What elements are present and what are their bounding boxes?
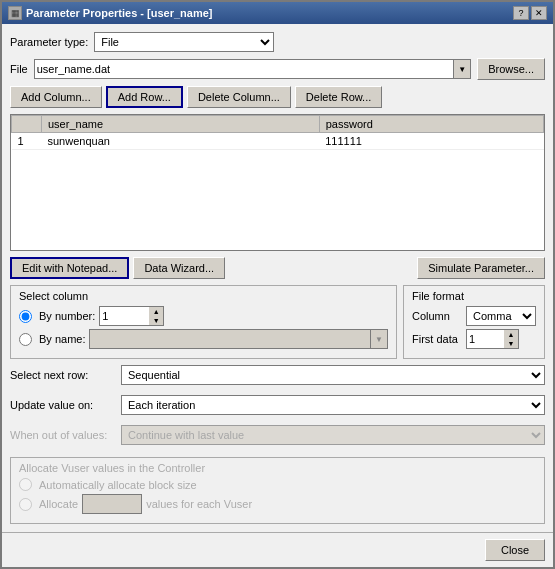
allocate-radio[interactable] — [19, 498, 32, 511]
file-format-box: File format Column Comma Tab Space First… — [403, 285, 545, 359]
cell-password: 111111 — [319, 133, 543, 150]
first-data-label: First data — [412, 333, 462, 345]
allocate-group-title: Allocate Vuser values in the Controller — [19, 462, 536, 474]
by-name-arrow[interactable]: ▼ — [370, 329, 388, 349]
by-name-radio[interactable] — [19, 333, 32, 346]
param-type-select[interactable]: File — [94, 32, 274, 52]
main-window: ▦ Parameter Properties - [user_name] ? ✕… — [0, 0, 555, 569]
edit-notepad-button[interactable]: Edit with Notepad... — [10, 257, 129, 279]
auto-allocate-label: Automatically allocate block size — [39, 479, 197, 491]
file-dropdown-arrow[interactable]: ▼ — [453, 59, 471, 79]
select-next-row-row: Select next row: Sequential Random Uniqu… — [10, 365, 545, 385]
title-bar-left: ▦ Parameter Properties - [user_name] — [8, 6, 212, 20]
when-out-select[interactable]: Continue with last value — [121, 425, 545, 445]
select-next-row-select[interactable]: Sequential Random Unique Same Line as — [121, 365, 545, 385]
close-window-button[interactable]: ✕ — [531, 6, 547, 20]
by-number-input[interactable] — [99, 306, 149, 326]
auto-allocate-radio[interactable] — [19, 478, 32, 491]
allocate-group-box: Allocate Vuser values in the Controller … — [10, 457, 545, 524]
file-row: File user_name.dat ▼ Browse... — [10, 58, 545, 80]
content-area: Parameter type: File File user_name.dat … — [2, 24, 553, 532]
by-name-label: By name: — [39, 333, 85, 345]
update-value-combo: Each iteration Each occurrence Once — [121, 395, 545, 415]
by-number-radio[interactable] — [19, 310, 32, 323]
by-number-spinner: ▲ ▼ — [99, 306, 164, 326]
close-button[interactable]: Close — [485, 539, 545, 561]
simulate-button[interactable]: Simulate Parameter... — [417, 257, 545, 279]
add-row-button[interactable]: Add Row... — [106, 86, 183, 108]
by-number-up[interactable]: ▲ — [149, 307, 163, 316]
file-label: File — [10, 63, 28, 75]
first-data-row: First data ▲ ▼ — [412, 329, 536, 349]
bottom-bar: Close — [2, 532, 553, 567]
data-table-container: user_name password 1 sunwenquan 111111 — [10, 114, 545, 251]
col-header-password: password — [319, 116, 543, 133]
by-name-row: By name: ▼ — [19, 329, 388, 349]
when-out-row: When out of values: Continue with last v… — [10, 425, 545, 445]
column-format-select[interactable]: Comma Tab Space — [466, 306, 536, 326]
row-num: 1 — [12, 133, 42, 150]
first-data-spinner: ▲ ▼ — [466, 329, 519, 349]
data-wizard-button[interactable]: Data Wizard... — [133, 257, 225, 279]
col-header-username: user_name — [42, 116, 320, 133]
by-number-row: By number: ▲ ▼ — [19, 306, 388, 326]
allocate-row: Allocate values for each Vuser — [19, 494, 536, 514]
first-data-up[interactable]: ▲ — [504, 330, 518, 339]
add-column-button[interactable]: Add Column... — [10, 86, 102, 108]
select-next-row-label: Select next row: — [10, 369, 115, 381]
data-table: user_name password 1 sunwenquan 111111 — [11, 115, 544, 150]
browse-button[interactable]: Browse... — [477, 58, 545, 80]
delete-column-button[interactable]: Delete Column... — [187, 86, 291, 108]
col-header-num — [12, 116, 42, 133]
title-bar: ▦ Parameter Properties - [user_name] ? ✕ — [2, 2, 553, 24]
values-label: values for each Vuser — [146, 498, 252, 510]
when-out-label: When out of values: — [10, 429, 115, 441]
toolbar-row: Add Column... Add Row... Delete Column..… — [10, 86, 545, 108]
update-value-select[interactable]: Each iteration Each occurrence Once — [121, 395, 545, 415]
table-row[interactable]: 1 sunwenquan 111111 — [12, 133, 544, 150]
window-icon: ▦ — [8, 6, 22, 20]
help-button[interactable]: ? — [513, 6, 529, 20]
allocate-input[interactable] — [82, 494, 142, 514]
left-actions: Edit with Notepad... Data Wizard... — [10, 257, 225, 279]
allocate-label: Allocate — [39, 498, 78, 510]
by-number-label: By number: — [39, 310, 95, 322]
select-column-title: Select column — [19, 290, 388, 302]
update-value-row: Update value on: Each iteration Each occ… — [10, 395, 545, 415]
update-value-label: Update value on: — [10, 399, 115, 411]
actions-row: Edit with Notepad... Data Wizard... Simu… — [10, 257, 545, 279]
when-out-combo: Continue with last value — [121, 425, 545, 445]
first-data-input[interactable] — [466, 329, 504, 349]
by-name-input[interactable] — [89, 329, 370, 349]
column-format-label: Column — [412, 310, 462, 322]
by-name-combo: ▼ — [89, 329, 388, 349]
param-type-row: Parameter type: File — [10, 32, 545, 52]
first-data-down[interactable]: ▼ — [504, 339, 518, 348]
file-input[interactable]: user_name.dat — [34, 59, 453, 79]
first-data-arrows: ▲ ▼ — [504, 329, 519, 349]
auto-allocate-row: Automatically allocate block size — [19, 478, 536, 491]
by-number-arrows: ▲ ▼ — [149, 306, 164, 326]
window-title: Parameter Properties - [user_name] — [26, 7, 212, 19]
title-buttons: ? ✕ — [513, 6, 547, 20]
select-next-row-combo: Sequential Random Unique Same Line as — [121, 365, 545, 385]
delete-row-button[interactable]: Delete Row... — [295, 86, 382, 108]
select-column-box: Select column By number: ▲ ▼ By name: — [10, 285, 397, 359]
column-format-row2: Column Comma Tab Space — [412, 306, 536, 326]
file-combo: user_name.dat ▼ — [34, 59, 471, 79]
param-type-label: Parameter type: — [10, 36, 88, 48]
by-number-down[interactable]: ▼ — [149, 316, 163, 325]
file-format-title: File format — [412, 290, 536, 302]
cell-username: sunwenquan — [42, 133, 320, 150]
column-format-row: Select column By number: ▲ ▼ By name: — [10, 285, 545, 359]
